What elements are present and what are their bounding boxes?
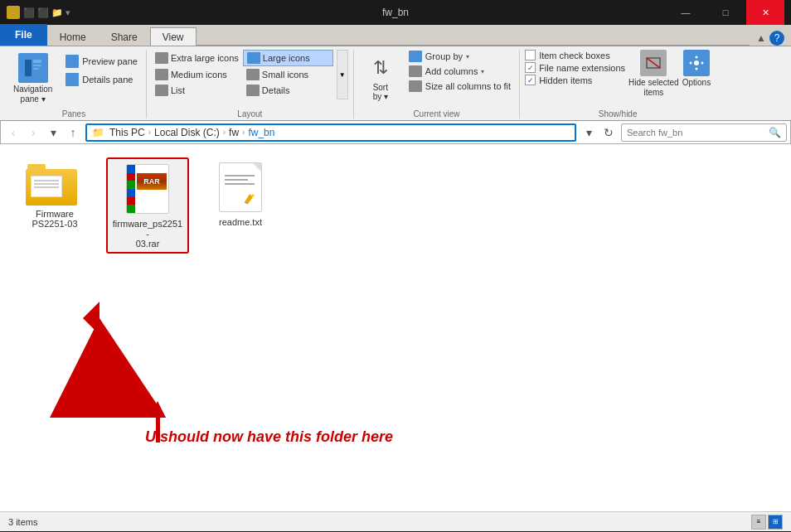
item-checkboxes-toggle[interactable]: Item check boxes	[525, 50, 625, 60]
file-area: FirmwarePS2251-03 RAR	[0, 144, 791, 511]
showhide-content: Item check boxes File name extensions Hi…	[525, 50, 711, 108]
pencil-svg	[243, 192, 256, 206]
panes-label: Panes	[7, 108, 141, 118]
layout-dropdown-button[interactable]: ▼	[337, 50, 348, 99]
layout-label: Layout	[152, 108, 348, 118]
tab-share[interactable]: Share	[99, 27, 150, 46]
medium-icons-button[interactable]: Medium icons	[152, 67, 242, 82]
options-button[interactable]: Options	[682, 50, 711, 87]
currentview-content: ⇅ Sortby ▾ Group by ▾ Add columns ▾	[359, 50, 514, 108]
tab-view[interactable]: View	[150, 27, 197, 46]
group-by-button[interactable]: Group by ▾	[405, 50, 514, 63]
rar-icon: RAR	[126, 164, 169, 214]
list-icon	[155, 85, 168, 96]
file-name-extensions-toggle[interactable]: File name extensions	[525, 62, 625, 73]
close-button[interactable]: ✕	[746, 0, 784, 25]
address-bar: ‹ › ▾ ↑ 📁 This PC › Local Disk (C:) › fw…	[0, 121, 791, 144]
layout-items: Extra large icons Large icons Medium ico…	[152, 50, 333, 98]
doc-line	[34, 183, 59, 185]
title-bar-left: ⬛ ⬛ 📁 ▾	[7, 6, 70, 19]
txt-item[interactable]: readme.txt	[199, 157, 282, 230]
small-icons-button[interactable]: Small icons	[243, 67, 333, 82]
medium-icons-icon	[155, 69, 168, 80]
add-columns-button[interactable]: Add columns ▾	[405, 65, 514, 78]
hide-selected-label: Hide selecteditems	[628, 78, 679, 98]
search-icon: 🔍	[769, 127, 781, 138]
large-icons-view-toggle[interactable]: ⊞	[768, 515, 783, 530]
details-pane-icon	[66, 73, 79, 86]
medium-icons-label: Medium icons	[171, 70, 227, 80]
size-all-columns-button[interactable]: Size all columns to fit	[405, 80, 514, 93]
layout-content: Extra large icons Large icons Medium ico…	[152, 50, 348, 108]
maximize-button[interactable]: □	[706, 0, 745, 25]
txt-icon	[219, 162, 262, 212]
txt-line	[225, 183, 255, 185]
forward-button[interactable]: ›	[24, 123, 42, 142]
folder-item[interactable]: FirmwarePS2251-03	[13, 157, 96, 232]
hidden-items-label: Hidden items	[539, 75, 592, 85]
refresh-button[interactable]: ↻	[599, 123, 618, 142]
currentview-items: Group by ▾ Add columns ▾ Size all column…	[405, 50, 514, 93]
hide-selected-svg	[645, 55, 662, 71]
search-input[interactable]	[627, 128, 765, 138]
address-dropdown[interactable]: ▾	[580, 123, 598, 142]
search-box[interactable]: 🔍	[621, 123, 787, 142]
large-icons-icon	[247, 52, 260, 64]
rar-item[interactable]: RAR firmware_ps2251-03.rar	[106, 157, 189, 254]
layout-group: Extra large icons Large icons Medium ico…	[148, 50, 354, 118]
svg-marker-15	[50, 318, 166, 418]
preview-pane-icon	[66, 55, 79, 68]
folder-body	[26, 169, 77, 206]
pencil-icon	[243, 192, 256, 208]
ribbon-tabs: File Home Share View ▲ ?	[0, 25, 791, 46]
help-button[interactable]: ?	[769, 31, 784, 46]
large-icons-button[interactable]: Large icons	[243, 50, 333, 66]
details-icon	[246, 85, 260, 96]
up-button[interactable]: ↑	[64, 123, 82, 142]
ribbon-collapse[interactable]: ▲	[756, 32, 766, 44]
size-columns-icon	[409, 80, 422, 92]
showhide-group: Item check boxes File name extensions Hi…	[522, 50, 716, 118]
preview-pane-button[interactable]: Preview pane	[62, 53, 141, 70]
add-columns-label: Add columns	[425, 66, 478, 76]
panes-inner: Navigationpane ▾ Preview pane Details pa…	[7, 50, 141, 108]
details-view-toggle[interactable]: ≡	[751, 515, 766, 530]
txt-icon-wrap	[211, 161, 269, 214]
svg-rect-1	[33, 60, 41, 63]
sort-by-button[interactable]: ⇅ Sortby ▾	[359, 50, 402, 104]
showhide-label: Show/hide	[525, 108, 711, 118]
tab-home[interactable]: Home	[47, 27, 99, 46]
path-folder-icon: 📁	[92, 127, 104, 138]
panes-content: Navigationpane ▾ Preview pane Details pa…	[7, 50, 141, 108]
path-localdisk[interactable]: Local Disk (C:)	[154, 127, 220, 138]
path-fw[interactable]: fw	[229, 127, 239, 138]
items-count: 3 items	[8, 517, 37, 527]
minimize-button[interactable]: —	[667, 0, 705, 25]
currentview-label: Current view	[359, 108, 514, 118]
txt-corner	[253, 163, 261, 172]
address-path[interactable]: 📁 This PC › Local Disk (C:) › fw › fw_bn	[85, 123, 576, 142]
rar-icon-wrap: RAR	[119, 162, 177, 215]
details-button[interactable]: Details	[243, 83, 333, 98]
add-columns-icon	[409, 65, 422, 77]
app-icon	[7, 6, 20, 19]
size-columns-label: Size all columns to fit	[425, 81, 511, 91]
extra-large-icons-button[interactable]: Extra large icons	[152, 50, 242, 66]
navigation-pane-button[interactable]: Navigationpane ▾	[7, 50, 59, 108]
path-thispc[interactable]: This PC	[109, 127, 145, 138]
svg-point-8	[695, 68, 697, 70]
item-checkboxes-checkbox	[525, 50, 536, 60]
path-fw_bn[interactable]: fw_bn	[248, 127, 274, 138]
tab-file[interactable]: File	[0, 24, 47, 46]
ribbon-content: Navigationpane ▾ Preview pane Details pa…	[0, 46, 791, 121]
back-button[interactable]: ‹	[4, 123, 22, 142]
hide-selected-button[interactable]: Hide selecteditems	[628, 50, 679, 98]
svg-marker-16	[149, 401, 166, 418]
list-button[interactable]: List	[152, 83, 242, 98]
hidden-items-toggle[interactable]: Hidden items	[525, 75, 625, 85]
details-label: Details	[262, 85, 290, 95]
extra-large-icons-label: Extra large icons	[171, 53, 239, 63]
pane-options: Preview pane Details pane	[62, 53, 141, 88]
recent-button[interactable]: ▾	[44, 123, 62, 142]
details-pane-button[interactable]: Details pane	[62, 71, 141, 88]
